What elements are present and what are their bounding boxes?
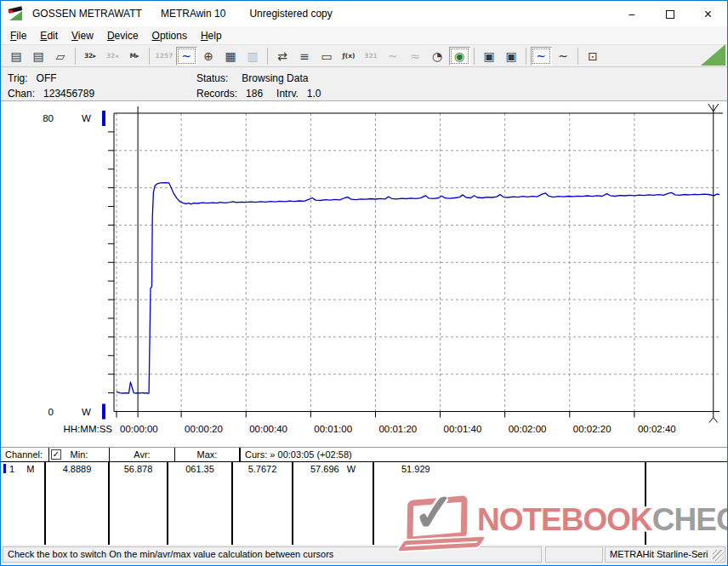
header-max: Max: [175,448,241,461]
title-bar: GOSSEN METRAWATT METRAwin 10 Unregistere… [1,1,727,26]
resize-grip[interactable] [713,550,724,561]
formula-icon[interactable]: ƒ(x) [338,47,360,66]
wave-sine-icon: ~ [383,47,404,66]
records-value: 186 [246,88,263,100]
cell-avr: 56.878 [110,462,168,545]
menu-options[interactable]: Options [145,28,194,43]
menu-bar: FileEditViewDeviceOptionsHelp [1,26,727,44]
numeric-display-icon: 1257 [154,47,175,66]
time-setup-icon[interactable]: ◔ [427,47,448,66]
statusbar-device-name: METRAHit Starline-Seri [605,546,725,563]
cursor-2-bottom-handle[interactable] [709,418,718,423]
chart-display-icon[interactable]: ~ [176,47,197,66]
records-label: Records: [196,88,237,100]
statusbar-middle-pane [545,546,603,563]
memory-read-icon[interactable]: M▸ [124,47,145,66]
cursor-display-icon[interactable]: ⊕ [198,47,219,66]
cell-cursor-delta: 51.929 [374,462,646,545]
zoom-curve-icon[interactable]: ~ [553,47,574,66]
statusbar-hint: Check the box to switch On the min/avr/m… [3,546,542,563]
x-tick-label: 00:00:20 [185,424,223,434]
y-max-label: 80 [43,113,54,123]
x-tick-label: 00:00:00 [120,424,158,434]
annotation-icon[interactable]: ⊡ [583,47,604,66]
print-icon[interactable]: ▣ [501,47,522,66]
trig-label: Trig: [8,72,28,84]
stopwatch-icon[interactable]: ◉ [449,47,470,66]
toolbar-separator [577,48,578,65]
zoom-signal-icon[interactable]: ~ [531,47,552,66]
device-config-icon[interactable]: ≡ [294,47,316,66]
toolbar-separator [526,48,526,65]
title-document-name: METRAwin 10 [161,8,225,20]
toolbar-separator [267,48,268,65]
minmax-checkbox[interactable]: ✓ [51,449,61,460]
header-min-label: Min: [71,449,88,460]
header-avr: Avr: [110,448,175,461]
toolbar-separator [474,48,475,65]
header-min: ✓ Min: [49,448,110,461]
header-cursors: Curs: » 00:03:05 (+02:58) [241,448,727,461]
x-tick-label: 00:01:00 [314,424,352,434]
read-device-icon[interactable]: 32▸ [80,47,101,66]
cell-empty [646,462,727,545]
menu-file[interactable]: File [3,28,33,43]
send-device-icon: 32◂ [102,47,123,66]
cell-cursor2-value: 57.696W [293,462,374,545]
menu-device[interactable]: Device [100,28,145,43]
display-321-icon: 321 [361,47,382,66]
wave-damped-icon: ≈ [405,47,426,66]
x-tick-label: 00:00:40 [249,424,287,434]
x-tick-label: 00:01:40 [444,424,482,434]
table-row: 1M 4.8889 56.878 061.35 5.7672 57.696W 5… [1,462,727,545]
window-controls: − × [612,2,727,26]
power-trace [117,183,719,394]
status-label: Status: [196,72,228,84]
toolbar-brand-triangle-icon [701,44,725,66]
cell-channel: 1M [1,462,46,545]
x-tick-label: 00:02:00 [509,424,547,434]
toolbar-separator [149,48,150,65]
power-chart-svg: 00:00:0000:00:2000:00:4000:01:0000:01:20… [1,101,728,447]
maximize-icon [666,10,674,19]
channel-number: 1 [9,464,14,474]
cursor2-unit: W [347,464,355,474]
save-as-icon[interactable]: ▤ [28,47,49,66]
chan-value: 123456789 [43,88,94,100]
x-tick-label: 00:02:40 [638,424,676,434]
device-status-panel: Trig:OFF Chan:123456789 Status:Browsing … [1,67,727,101]
monitor-config-icon[interactable]: ▭ [316,47,338,66]
measurement-table: Channel: ✓ Min: Avr: Max: Curs: » 00:03:… [1,447,727,545]
title-app-name: GOSSEN METRAWATT [32,8,142,20]
interval-label: Intrv. [276,88,299,100]
x-axis-format-label: HH:MM:SS [64,424,113,434]
y-unit-bottom-label: W [82,407,91,417]
menu-edit[interactable]: Edit [33,28,65,43]
pc-connect-icon[interactable]: ⇄ [272,47,293,66]
close-button[interactable]: × [689,2,727,26]
toolbar-separator [75,48,76,65]
y-unit-top-label: W [82,113,91,123]
y-min-label: 0 [48,407,54,417]
cell-max: 061.35 [168,462,233,545]
table-header-row: Channel: ✓ Min: Avr: Max: Curs: » 00:03:… [1,448,727,462]
status-value: Browsing Data [242,72,308,84]
minimize-button[interactable]: − [612,2,651,26]
x-tick-label: 00:02:20 [573,424,611,434]
table-display-icon[interactable]: ▦ [220,47,242,66]
header-channel: Channel: [1,448,49,461]
menu-help[interactable]: Help [194,28,229,43]
cell-min: 4.8889 [46,462,110,545]
channel-mode: M [26,464,34,474]
toolbar: ▤▤▱32▸32◂M▸1257~⊕▦▥⇄≡▭ƒ(x)321~≈◔◉▣▣~~⊡ [1,44,727,67]
metrawin-window: GOSSEN METRAWATT METRAwin 10 Unregistere… [0,0,728,566]
status-bar: Check the box to switch On the min/avr/m… [1,545,727,566]
menu-view[interactable]: View [65,28,100,43]
channel-color-marker [3,464,6,473]
print-preview-icon[interactable]: ▣ [479,47,500,66]
open-file-icon[interactable]: ▱ [50,47,71,66]
x-tick-label: 00:01:20 [378,424,417,434]
trig-value: OFF [37,72,57,84]
save-data-icon[interactable]: ▤ [6,47,27,66]
maximize-button[interactable] [651,2,689,26]
